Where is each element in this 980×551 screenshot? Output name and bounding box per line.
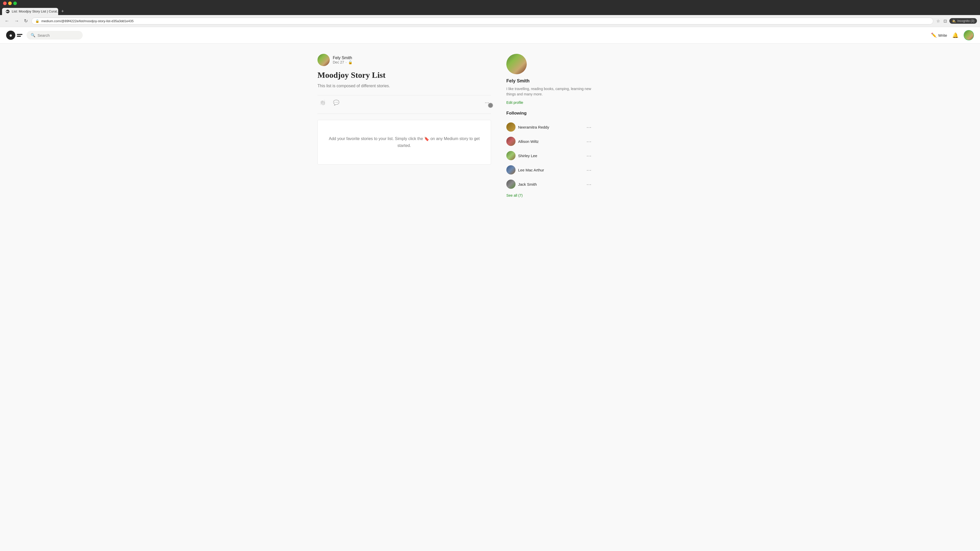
following-list: Neeramitra Reddy ··· Allison Wiltz ··· S…	[506, 120, 593, 191]
lock-icon: 🔒	[348, 60, 352, 64]
clap-button[interactable]: 👏	[318, 99, 328, 106]
forward-button[interactable]: →	[13, 17, 21, 25]
url-text: medium.com/@89f4222e/list/moodjoy-story-…	[41, 19, 929, 23]
maximize-traffic-light[interactable]	[13, 2, 17, 5]
sidebar-author-section: Fely Smith I like travelling, reading bo…	[506, 54, 593, 105]
write-button[interactable]: ✏️ Write	[931, 32, 947, 38]
following-more-lee[interactable]: ···	[585, 167, 593, 173]
new-tab-button[interactable]: +	[59, 8, 66, 15]
search-icon: 🔍	[30, 33, 35, 38]
user-avatar	[964, 30, 974, 40]
following-more-shirley[interactable]: ···	[585, 152, 593, 159]
following-item-3: Lee Mac Arthur ···	[506, 163, 593, 177]
close-traffic-light[interactable]	[3, 2, 6, 5]
tab-favicon	[6, 10, 10, 14]
minimize-traffic-light[interactable]	[8, 2, 12, 5]
author-name[interactable]: Fely Smith	[333, 56, 352, 60]
following-section: Following Neeramitra Reddy ··· Allison W…	[506, 111, 593, 197]
content-area: Fely Smith Dec 27 · 🔒 Moodjoy Story List…	[318, 54, 491, 197]
following-name-neeramitra: Neeramitra Reddy	[518, 125, 582, 129]
app-header: ● 🔍 Search ✏️ Write 🔔	[0, 27, 980, 44]
following-item-1: Allison Wiltz ···	[506, 134, 593, 148]
medium-logo-bars	[17, 34, 22, 37]
header-actions: ✏️ Write 🔔	[931, 30, 974, 40]
following-avatar-neeramitra[interactable]	[506, 122, 515, 132]
empty-state-text: Add your favorite stories to your list. …	[328, 135, 480, 149]
edit-profile-link[interactable]: Edit profile	[506, 100, 523, 105]
clap-icon: 👏	[320, 100, 326, 105]
incognito-label: Incognito (3)	[957, 19, 974, 23]
post-actions: 👏 💬 ···	[318, 95, 491, 110]
post-meta: Dec 27 · 🔒	[333, 60, 352, 64]
refresh-button[interactable]: ↻	[22, 17, 29, 25]
following-item-4: Jack Smith ···	[506, 177, 593, 191]
active-tab[interactable]: List: Moodjoy Story List | Curat... ✕	[2, 8, 58, 15]
following-name-allison: Allison Wiltz	[518, 139, 582, 144]
tab-bar: List: Moodjoy Story List | Curat... ✕ +	[0, 6, 980, 15]
following-item-2: Shirley Lee ···	[506, 148, 593, 163]
sidebar-author-bio: I like travelling, reading books, campin…	[506, 86, 593, 97]
author-info: Fely Smith Dec 27 · 🔒	[333, 56, 352, 64]
separator: ·	[345, 60, 347, 64]
search-label: Search	[38, 33, 50, 38]
following-item-0: Neeramitra Reddy ···	[506, 120, 593, 134]
following-name-shirley: Shirley Lee	[518, 154, 582, 158]
medium-logo-icon: ●	[6, 30, 15, 40]
following-title: Following	[506, 111, 593, 116]
browser-chrome: List: Moodjoy Story List | Curat... ✕ + …	[0, 0, 980, 27]
write-label: Write	[938, 33, 947, 38]
see-all-link[interactable]: See all (7)	[506, 193, 593, 197]
empty-text-before: Add your favorite stories to your list. …	[329, 137, 423, 141]
user-avatar-ring[interactable]	[964, 30, 974, 40]
following-avatar-allison[interactable]	[506, 137, 515, 146]
following-name-jack: Jack Smith	[518, 182, 582, 186]
medium-logo[interactable]: ●	[6, 30, 22, 40]
cursor-indicator	[488, 103, 493, 108]
post-description: This list is composed of different stori…	[318, 83, 491, 89]
empty-state: Add your favorite stories to your list. …	[318, 120, 491, 164]
secure-icon: 🔒	[35, 19, 39, 23]
tab-title: List: Moodjoy Story List | Curat...	[12, 10, 58, 13]
search-box[interactable]: 🔍 Search	[27, 31, 83, 40]
comment-button[interactable]: 💬	[331, 99, 342, 106]
incognito-icon: 🕵	[952, 19, 956, 23]
sidebar-author-avatar[interactable]	[506, 54, 527, 74]
sidebar: Fely Smith I like travelling, reading bo…	[506, 54, 593, 197]
following-avatar-lee[interactable]	[506, 165, 515, 175]
logo-bar-2	[17, 36, 21, 37]
following-more-allison[interactable]: ···	[585, 138, 593, 145]
author-avatar[interactable]	[318, 54, 330, 66]
post-author: Fely Smith Dec 27 · 🔒	[318, 54, 491, 66]
following-more-jack[interactable]: ···	[585, 181, 593, 188]
nav-bar: ← → ↻ 🔒 medium.com/@89f4222e/list/moodjo…	[0, 15, 980, 27]
more-button-container: ···	[483, 98, 491, 106]
bookmark-star-button[interactable]: ☆	[935, 17, 941, 24]
post-date: Dec 27	[333, 60, 344, 64]
logo-bar-1	[17, 34, 22, 35]
following-more-neeramitra[interactable]: ···	[585, 124, 593, 130]
write-icon: ✏️	[931, 32, 937, 38]
svg-point-1	[6, 11, 8, 12]
following-name-lee: Lee Mac Arthur	[518, 168, 582, 172]
following-avatar-jack[interactable]	[506, 179, 515, 189]
split-view-button[interactable]: ⊡	[942, 17, 948, 24]
bookmark-add-icon: 🔖	[424, 136, 429, 142]
nav-actions: ☆ ⊡ 🕵 Incognito (3)	[935, 17, 977, 24]
notification-button[interactable]: 🔔	[952, 32, 959, 38]
back-button[interactable]: ←	[3, 17, 11, 25]
svg-rect-2	[8, 11, 8, 12]
sidebar-author-name: Fely Smith	[506, 78, 530, 84]
main-content: Fely Smith Dec 27 · 🔒 Moodjoy Story List…	[311, 44, 669, 208]
address-bar[interactable]: 🔒 medium.com/@89f4222e/list/moodjoy-stor…	[32, 17, 933, 24]
post-title: Moodjoy Story List	[318, 70, 491, 80]
comment-icon: 💬	[333, 100, 339, 105]
incognito-badge[interactable]: 🕵 Incognito (3)	[950, 18, 977, 24]
title-bar	[0, 0, 980, 6]
traffic-lights	[3, 2, 17, 5]
following-avatar-shirley[interactable]	[506, 151, 515, 160]
